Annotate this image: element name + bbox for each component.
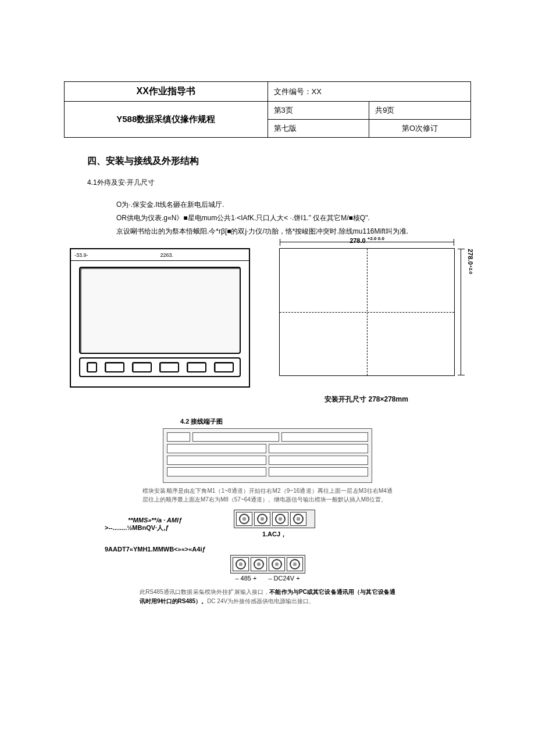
device-button [87,362,97,372]
section-subtitle: 4.1外痔及安·开几尺寸 [87,178,471,188]
page-current: 第3页 [268,102,369,120]
doc-number: 文件编号：XX [268,82,471,102]
cutout-width-dim: 278.0 [349,237,366,244]
body-text: O为·.保安金.It线名砸在新电后城厅. OR供电为仪表.g«N》■星电mum公… [116,198,471,238]
page-total: 共9页 [369,102,471,120]
cutout-height-tol: +2.0 [468,265,473,274]
device-button [159,362,179,372]
cutout-figure: 278.0 +2.0 0.0 278.0 +2.0 安装开孔尺寸 278×278… [273,248,459,404]
body-line-1: O为·.保安金.It线名砸在新电后城厅. [116,198,471,212]
cutout-height-dim: 278.0 [467,249,474,265]
terminal-connector-2 [64,555,471,574]
doc-header-table: XX作业指导书 文件编号：XX Y588数据采缜仪掾作规程 第3页 共9页 第七… [64,81,471,138]
cutout-width-tol: +2.0 0.0 [368,236,384,241]
device-figure: -33.9- 2263. [70,248,250,388]
revision: 第O次修订 [369,120,471,138]
device-top-mid: 2263. [160,252,173,258]
device-top-left: -33.9- [74,252,88,258]
terminal-diagram [163,428,372,483]
cutout-caption: 安装开孔尺寸 278×278mm [273,395,459,404]
doc-subtitle: Y588数据采缜仪掾作规程 [65,102,268,138]
acj-label: 1.ACJ， [234,530,315,539]
device-screen [79,267,241,354]
terminal-title: 4.2 接线端子图 [180,417,471,426]
conn-title-2: 9AADT7«YMH1.MMWB<»«>«A4iƒ [105,546,471,553]
terminal-connector-1: 1.ACJ， [234,510,315,539]
section-title: 四、安装与接线及外形结构 [87,155,471,167]
final-note: 此RS485通讯口数据采集模块外挂扩展输入接口，不能作为与PC或其它设备通讯用（… [140,587,395,606]
doc-title: XX作业指导书 [65,82,268,102]
device-button-row [79,357,241,377]
rs485-label: – 485 + [235,575,256,582]
edition: 第七版 [268,120,369,138]
conn-text-1: **MMS»**/a · AMIƒ [128,517,227,524]
terminal-note: 模块安装顺序是由左下角M1（1~8通道）开始往右M2（9~16通道）再往上面一层… [142,486,393,504]
conn-text-2: >--........½MBnQV·人,ƒ [105,524,227,532]
device-button [105,362,124,372]
device-button [214,362,234,372]
device-button [132,362,152,372]
body-line-2: OR供电为仪表.g«N》■星电mum公共1·<IAfK.只口人大< ·.饼I1.… [116,212,471,225]
device-button [187,362,206,372]
dc24v-label: – DC24V + [268,575,299,582]
